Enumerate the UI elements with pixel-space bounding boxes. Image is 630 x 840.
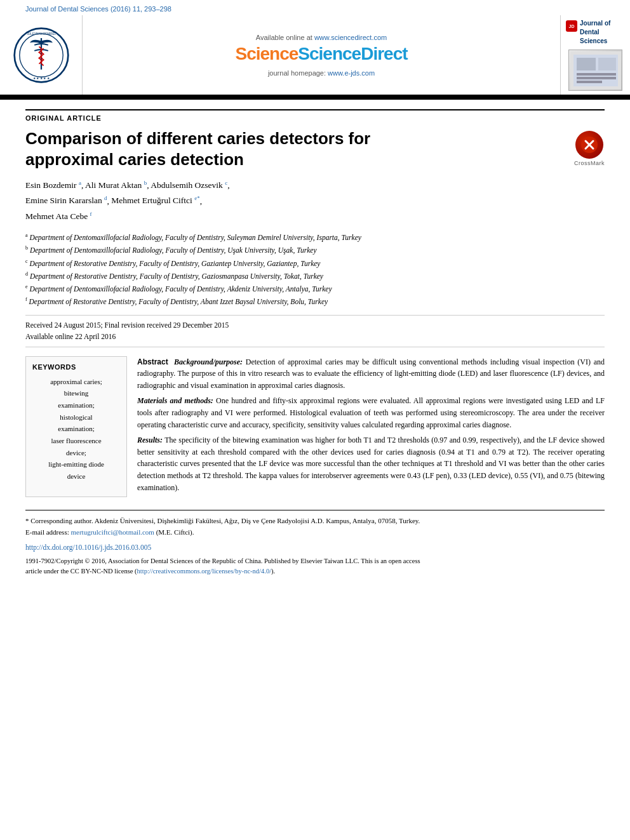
author-4: Emine Sirin Kararslan d xyxy=(25,196,107,205)
footer-section: * Corresponding author. Akdeniz Üniversi… xyxy=(25,510,605,576)
author-3: Abdulsemih Ozsevik c xyxy=(151,180,227,190)
affiliations-section: a Department of Dentomaxillofacial Radio… xyxy=(25,232,605,307)
header-center: Available online at www.sciencedirect.co… xyxy=(83,15,560,95)
svg-rect-13 xyxy=(577,81,602,83)
abstract-keywords-row: KEYWORDS approximal caries; bitewing exa… xyxy=(25,356,605,498)
results-text: The specificity of the bitewing examinat… xyxy=(137,436,605,491)
affiliation-b: b Department of Dentomaxillofacial Radio… xyxy=(25,244,605,256)
dates-section: Received 24 August 2015; Final revision … xyxy=(25,315,605,347)
email-link[interactable]: mertugrulciftci@hotmail.com xyxy=(70,528,154,536)
page-container: Journal of Dental Sciences (2016) 11, 29… xyxy=(0,0,630,840)
results-label: Results: xyxy=(137,436,163,444)
author-2: Ali Murat Aktan b xyxy=(85,180,147,190)
university-logo: ★ ★ ★ ★ ★ SULEYMAN DEMIREL xyxy=(0,15,83,95)
top-bar: Journal of Dental Sciences (2016) 11, 29… xyxy=(0,0,630,15)
header-section: ★ ★ ★ ★ ★ SULEYMAN DEMIREL Available onl… xyxy=(0,15,630,97)
journal-citation: Journal of Dental Sciences (2016) 11, 29… xyxy=(25,5,171,13)
copyright-text: 1991-7902/Copyright © 2016, Association … xyxy=(25,556,605,577)
keywords-box: KEYWORDS approximal caries; bitewing exa… xyxy=(25,356,127,498)
affiliation-d: d Department of Restorative Dentistry, F… xyxy=(25,270,605,282)
abstract-content: Abstract Background/purpose: Detection o… xyxy=(137,356,605,494)
author-5: Mehmet Ertuğrul Ciftci e* xyxy=(111,196,199,205)
svg-rect-12 xyxy=(577,77,616,79)
crossmark-text: CrossMark xyxy=(574,160,605,166)
available-date: Available online 22 April 2016 xyxy=(25,331,605,342)
affiliation-a: a Department of Dentomaxillofacial Radio… xyxy=(25,232,605,243)
article-title: Comparison of different caries detectors… xyxy=(25,128,432,170)
svg-rect-9 xyxy=(577,58,596,70)
keywords-list: approximal caries; bitewing examination;… xyxy=(32,376,120,483)
crossmark-icon xyxy=(575,131,603,159)
journal-cover-title: Journal of Dental Sciences xyxy=(580,19,610,46)
available-online-text: Available online at www.sciencedirect.co… xyxy=(256,34,387,41)
svg-text:★ ★ ★ ★ ★: ★ ★ ★ ★ ★ xyxy=(33,76,50,79)
author-6: Mehmet Ata Cebe f xyxy=(25,211,92,221)
journal-homepage-url[interactable]: www.e-jds.com xyxy=(328,69,375,77)
corresponding-note: * Corresponding author. Akdeniz Üniversi… xyxy=(25,516,605,538)
svg-rect-11 xyxy=(577,73,616,76)
affiliation-f: f Department of Restorative Dentistry, F… xyxy=(25,296,605,307)
title-row: Comparison of different caries detectors… xyxy=(25,128,605,170)
affiliation-e: e Department of Dentomaxillofacial Radio… xyxy=(25,283,605,295)
svg-rect-10 xyxy=(598,58,616,70)
abstract-label: Abstract xyxy=(137,357,168,366)
sciencedirect-logo: ScienceScienceDirect xyxy=(235,44,407,64)
section-label: ORIGINAL ARTICLE xyxy=(25,109,605,122)
journal-cover-image xyxy=(568,50,622,91)
svg-text:JD: JD xyxy=(569,24,575,29)
authors-section: Esin Bozdemir a, Ali Murat Aktan b, Abdu… xyxy=(25,177,605,224)
main-content: ORIGINAL ARTICLE Comparison of different… xyxy=(0,100,630,585)
author-1: Esin Bozdemir a xyxy=(25,180,81,190)
crossmark-badge[interactable]: CrossMark xyxy=(574,131,605,166)
sciencedirect-url[interactable]: www.sciencedirect.com xyxy=(314,34,387,41)
materials-label: Materials and methods: xyxy=(137,396,213,405)
license-link[interactable]: http://creativecommons.org/licenses/by-n… xyxy=(137,568,272,575)
background-label: Background/purpose: xyxy=(174,357,243,366)
received-date: Received 24 August 2015; Final revision … xyxy=(25,319,605,331)
doi-link[interactable]: http://dx.doi.org/10.1016/j.jds.2016.03.… xyxy=(25,542,605,553)
journal-homepage: journal homepage: www.e-jds.com xyxy=(268,69,375,77)
keywords-title: KEYWORDS xyxy=(32,363,120,371)
journal-cover: JD Journal of Dental Sciences xyxy=(560,15,630,95)
journal-icon: JD xyxy=(566,20,577,32)
affiliation-c: c Department of Restorative Dentistry, F… xyxy=(25,258,605,269)
journal-cover-box: JD Journal of Dental Sciences xyxy=(566,19,625,46)
abstract-box: Abstract Background/purpose: Detection o… xyxy=(137,356,605,498)
svg-text:SULEYMAN DEMIREL: SULEYMAN DEMIREL xyxy=(26,32,56,35)
